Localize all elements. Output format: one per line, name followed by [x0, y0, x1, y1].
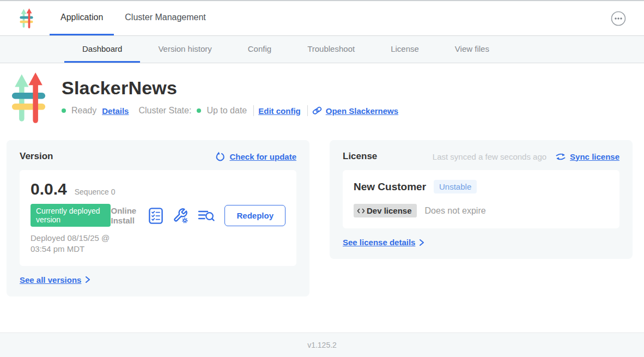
subnav-version-history-label: Version history: [158, 44, 211, 53]
divider: [307, 105, 308, 116]
license-details-card: New Customer Unstable Dev license Does: [343, 170, 619, 228]
app-ready-dot: [62, 108, 66, 113]
version-card: Version Check for update 0.0.4 Sequence …: [7, 140, 309, 297]
current-version-card: 0.0.4 Sequence 0 Currently deployed vers…: [20, 170, 296, 266]
subnav-version-history[interactable]: Version history: [140, 36, 229, 63]
subnav-view-files-label: View files: [455, 44, 489, 53]
subnav-troubleshoot[interactable]: Troubleshoot: [289, 36, 373, 63]
customer-name: New Customer: [354, 181, 426, 193]
version-actions: Online Install: [111, 205, 285, 226]
open-app-label: Open Slackernews: [326, 106, 398, 116]
cluster-state-value: Up to date: [206, 106, 247, 116]
tab-cluster-management-label: Cluster Management: [125, 13, 206, 22]
subnav-view-files[interactable]: View files: [437, 36, 507, 63]
sync-license-link[interactable]: Sync license: [555, 152, 619, 161]
license-card-title: License: [343, 151, 377, 162]
license-type-label: Dev license: [367, 206, 412, 215]
sync-arrows-icon: [555, 152, 566, 161]
deployed-badge: Currently deployed version: [31, 204, 111, 227]
see-license-details-label: See license details: [343, 238, 415, 247]
lines-search-icon[interactable]: [198, 209, 215, 223]
top-navbar: Application Cluster Management: [0, 0, 644, 36]
license-card-header: License Last synced a few seconds ago Sy…: [343, 151, 619, 162]
deploy-info: Currently deployed version Deployed 08/1…: [31, 204, 111, 255]
slackernews-app-logo: [11, 72, 46, 125]
subnav-config-label: Config: [248, 44, 271, 53]
app-header: SlackerNews Ready Details Cluster State:…: [0, 63, 644, 125]
tab-application[interactable]: Application: [50, 1, 114, 35]
version-line: 0.0.4 Sequence 0: [31, 180, 285, 198]
license-card: License Last synced a few seconds ago Sy…: [330, 140, 633, 259]
sequence-label: Sequence 0: [75, 187, 116, 196]
license-expiry: Does not expire: [425, 206, 486, 216]
version-number: 0.0.4: [31, 180, 67, 198]
chevron-right-icon: [85, 276, 90, 283]
subnav-troubleshoot-label: Troubleshoot: [307, 44, 355, 53]
app-header-text: SlackerNews Ready Details Cluster State:…: [62, 72, 404, 125]
license-type-badge: Dev license: [354, 204, 417, 217]
deployed-timestamp: Deployed 08/15/25 @ 03:54 pm MDT: [31, 233, 111, 255]
subnav-dashboard-label: Dashboard: [82, 44, 122, 53]
check-for-update-link[interactable]: Check for update: [215, 152, 296, 162]
link-icon: [312, 106, 322, 116]
wrench-gear-icon[interactable]: [173, 208, 188, 223]
edit-config-link[interactable]: Edit config: [258, 106, 301, 116]
ellipsis-menu-icon[interactable]: [610, 10, 627, 27]
see-all-versions-label: See all versions: [20, 275, 81, 285]
cluster-state-dot: [197, 108, 201, 113]
checklist-icon[interactable]: [149, 208, 163, 224]
divider: [253, 105, 254, 116]
app-subnav: Dashboard Version history Config Trouble…: [0, 36, 644, 63]
check-for-update-label: Check for update: [229, 152, 296, 161]
install-type-label: Online Install: [111, 206, 139, 226]
tab-cluster-management[interactable]: Cluster Management: [114, 1, 217, 35]
chevron-right-icon: [419, 239, 424, 246]
dashboard-cards: Version Check for update 0.0.4 Sequence …: [0, 125, 644, 297]
subnav-license[interactable]: License: [373, 36, 437, 63]
slackernews-logo-icon: [20, 8, 33, 29]
cluster-state-label: Cluster State:: [138, 106, 191, 116]
subnav-license-label: License: [391, 44, 419, 53]
app-status-text: Ready: [71, 106, 96, 116]
tab-application-label: Application: [60, 13, 103, 22]
status-details-link[interactable]: Details: [102, 106, 129, 116]
version-card-title: Version: [20, 151, 53, 162]
subnav-config[interactable]: Config: [230, 36, 289, 63]
code-icon: [357, 208, 365, 214]
version-card-header: Version Check for update: [20, 151, 296, 162]
open-app-link[interactable]: Open Slackernews: [312, 106, 398, 116]
last-synced-text: Last synced a few seconds ago: [433, 152, 546, 161]
dashboard-content: SlackerNews Ready Details Cluster State:…: [0, 63, 644, 332]
console-version: v1.125.2: [307, 341, 337, 349]
subnav-dashboard[interactable]: Dashboard: [64, 36, 140, 63]
see-all-versions-link[interactable]: See all versions: [20, 275, 90, 285]
app-status-row: Ready Details Cluster State: Up to date …: [62, 105, 404, 116]
sync-license-label: Sync license: [570, 152, 619, 161]
channel-badge: Unstable: [434, 180, 477, 193]
refresh-icon: [215, 152, 226, 162]
page-title: SlackerNews: [62, 77, 404, 99]
see-license-details-link[interactable]: See license details: [343, 238, 424, 247]
redeploy-button[interactable]: Redeploy: [224, 205, 285, 226]
footer: v1.125.2: [0, 332, 644, 357]
